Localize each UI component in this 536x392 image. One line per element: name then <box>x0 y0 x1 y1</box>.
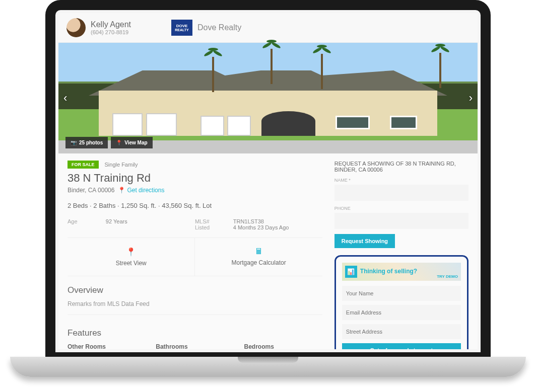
promo-name-input[interactable] <box>342 286 461 301</box>
camera-icon: 📷 <box>71 140 77 145</box>
market-report-promo: 📊 Thinking of selling? TRY DEMO Get a fr… <box>334 255 468 349</box>
property-type: Single Family <box>105 162 138 168</box>
agent-phone: (604) 270-8819 <box>91 29 131 35</box>
mortgage-calculator-button[interactable]: 🖩 Mortgage Calculator <box>195 238 322 276</box>
main-column: FOR SALE Single Family 38 N Training Rd … <box>68 161 322 349</box>
agent-block: Kelly Agent (604) 270-8819 <box>91 20 131 35</box>
location-pin-icon: 📍 <box>68 247 194 257</box>
get-report-button[interactable]: Get a free market report <box>342 343 461 349</box>
name-input[interactable] <box>334 185 468 201</box>
features-bathrooms: Bathrooms Total Bathrooms: 2 Full Bathro… <box>156 343 234 349</box>
listing-address: 38 N Training Rd <box>68 172 322 185</box>
promo-street-input[interactable] <box>342 324 461 339</box>
features-heading: Features <box>68 328 322 338</box>
listing-stats: 2 Beds · 2 Baths · 1,250 Sq. ft. · 43,56… <box>68 202 322 209</box>
brand-name: Dove Realty <box>197 23 241 32</box>
listing-city: Binder, CA 00006 <box>68 187 114 194</box>
hero-prev-icon[interactable]: ‹ <box>63 92 67 105</box>
agent-name: Kelly Agent <box>91 20 131 29</box>
phone-input[interactable] <box>334 213 468 229</box>
brand-logo: DOVE REALTY <box>171 20 192 36</box>
bar-chart-icon: 📊 <box>345 266 357 278</box>
try-demo-link[interactable]: TRY DEMO <box>437 274 458 279</box>
name-label: NAME * <box>334 178 468 183</box>
street-view-button[interactable]: 📍 Street View <box>68 238 195 276</box>
promo-email-input[interactable] <box>342 305 461 320</box>
hero-next-icon[interactable]: › <box>469 92 473 105</box>
calculator-icon: 🖩 <box>195 247 322 256</box>
view-map-button[interactable]: 📍 View Map <box>111 137 152 148</box>
promo-title: Thinking of selling? <box>360 268 417 275</box>
features-bedrooms: Bedrooms Bedrooms: 2 <box>244 343 322 349</box>
listing-meta: Age 92 Years MLS# TRN1LST38 Listed 4 Mon… <box>68 216 322 238</box>
map-pin-icon: 📍 <box>118 187 125 194</box>
hero-image: ‹ › 📷 25 photos 📍 View Map <box>58 43 478 153</box>
request-heading: REQUEST A SHOWING OF 38 N TRAINING RD, B… <box>334 161 468 173</box>
photos-button[interactable]: 📷 25 photos <box>65 137 108 148</box>
promo-banner: 📊 Thinking of selling? TRY DEMO <box>342 263 461 281</box>
avatar <box>66 18 86 37</box>
sidebar: REQUEST A SHOWING OF 38 N TRAINING RD, B… <box>334 161 468 349</box>
status-badge: FOR SALE <box>68 161 99 169</box>
overview-heading: Overview <box>68 285 322 295</box>
get-directions-link[interactable]: Get directions <box>127 187 164 194</box>
phone-label: PHONE <box>334 206 468 211</box>
overview-remarks: Remarks from MLS Data Feed <box>68 300 322 307</box>
features-other-rooms: Other Rooms Total Rooms: 7 Basement Desc… <box>68 343 146 349</box>
map-pin-icon: 📍 <box>116 140 122 145</box>
request-showing-button[interactable]: Request Showing <box>334 234 395 248</box>
